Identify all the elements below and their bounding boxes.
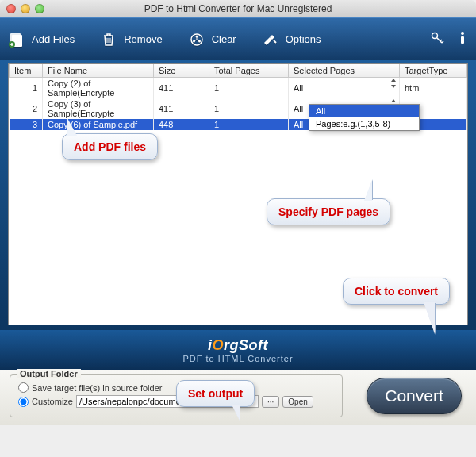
clear-button[interactable]: Clear: [188, 31, 236, 48]
output-folder-title: Output Folder: [17, 369, 81, 378]
col-size[interactable]: Size: [154, 64, 209, 78]
col-item[interactable]: Item: [10, 64, 43, 78]
svg-rect-9: [461, 36, 464, 44]
dropdown-option-pages[interactable]: Pages:e.g.(1,3,5-8): [309, 117, 419, 130]
customize-radio[interactable]: [18, 397, 29, 407]
dropdown-option-all[interactable]: All: [309, 105, 419, 117]
add-files-button[interactable]: Add Files: [8, 31, 75, 48]
clear-icon: [188, 31, 205, 48]
options-icon: [262, 31, 279, 48]
add-files-label: Add Files: [32, 33, 75, 45]
brand-logo: iOrgSoft: [208, 337, 268, 354]
callout-convert: Click to convert: [343, 278, 450, 305]
svg-point-8: [461, 32, 464, 35]
open-button[interactable]: Open: [282, 396, 313, 408]
remove-label: Remove: [124, 33, 162, 45]
selected-pages-dropdown[interactable]: All Pages:e.g.(1,3,5-8): [309, 104, 420, 131]
save-source-label: Save target file(s) in source folder: [32, 383, 162, 393]
browse-button[interactable]: ···: [262, 396, 279, 408]
window-title: PDF to Html Converter for Mac Unregister…: [0, 3, 476, 14]
brand-subtitle: PDF to HTML Converter: [182, 354, 293, 363]
col-selected-pages[interactable]: Selected Pages: [289, 64, 400, 78]
add-files-icon: [8, 31, 25, 48]
remove-button[interactable]: Remove: [100, 31, 162, 48]
trash-icon: [100, 31, 117, 48]
clear-label: Clear: [212, 33, 236, 45]
col-file-name[interactable]: File Name: [43, 64, 154, 78]
callout-specify-pages: Specify PDF pages: [267, 198, 390, 225]
toolbar: Add Files Remove Clear Options: [0, 17, 476, 60]
convert-button[interactable]: Convert: [367, 378, 462, 414]
titlebar: PDF to Html Converter for Mac Unregister…: [0, 0, 476, 17]
callout-set-output: Set output: [176, 380, 255, 407]
info-icon[interactable]: [457, 31, 468, 48]
customize-label: Customize: [32, 397, 73, 406]
brand-strip: iOrgSoft PDF to HTML Converter: [0, 330, 476, 370]
col-target-type[interactable]: TargetType: [400, 64, 467, 78]
stepper-icon[interactable]: [390, 79, 397, 88]
key-icon[interactable]: [430, 31, 444, 48]
save-source-radio[interactable]: [18, 382, 29, 393]
options-label: Options: [286, 33, 321, 45]
options-button[interactable]: Options: [262, 31, 321, 48]
col-total-pages[interactable]: Total Pages: [209, 64, 289, 78]
callout-add-files: Add PDF files: [62, 133, 158, 160]
table-row[interactable]: 1 Copy (2) of Sample(Encrypte 411 1 All …: [10, 78, 467, 99]
